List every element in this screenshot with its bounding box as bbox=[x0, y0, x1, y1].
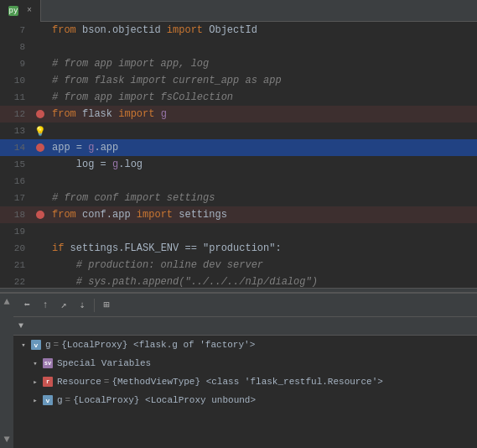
code-line[interactable]: 21 # production: online dev server bbox=[0, 257, 477, 273]
breakpoint-icon[interactable] bbox=[36, 143, 44, 152]
line-gutter bbox=[32, 143, 49, 152]
line-number: 21 bbox=[0, 260, 32, 270]
code-line[interactable]: 15 log = g.log bbox=[0, 156, 477, 173]
variable-item[interactable]: ▸vg={LocalProxy} <LocalProxy unbound> bbox=[13, 391, 477, 409]
line-number: 18 bbox=[0, 210, 32, 220]
line-content: log = g.log bbox=[49, 159, 477, 170]
tab-close-icon[interactable]: × bbox=[27, 6, 32, 15]
var-expand-icon[interactable]: ▸ bbox=[30, 395, 40, 405]
variable-value: {MethodViewType} <class 'flask_restful.R… bbox=[111, 377, 382, 387]
code-line[interactable]: 17# from conf import settings bbox=[0, 190, 477, 206]
nav-side: ▲ ▼ bbox=[0, 294, 13, 448]
tab-bar: py × bbox=[0, 0, 477, 22]
toolbar-btn-4[interactable]: ⇣ bbox=[74, 297, 91, 314]
code-line[interactable]: 18from conf.app import settings bbox=[0, 206, 477, 223]
variable-name: g bbox=[45, 340, 51, 350]
line-number: 13 bbox=[0, 126, 32, 136]
variable-icon: v bbox=[43, 395, 53, 405]
var-expand-icon[interactable]: ▸ bbox=[30, 377, 40, 387]
special-variable-icon: sv bbox=[43, 358, 53, 368]
line-number: 11 bbox=[0, 92, 32, 102]
breakpoint-icon[interactable] bbox=[36, 211, 44, 219]
code-line[interactable]: 8 bbox=[0, 39, 477, 55]
code-line[interactable]: 12from flask import g bbox=[0, 106, 477, 122]
code-line[interactable]: 10# from flask import current_app as app bbox=[0, 72, 477, 89]
toolbar-btn-3[interactable]: ↗ bbox=[55, 297, 72, 314]
code-line[interactable]: 11# from app import fsCollection bbox=[0, 89, 477, 106]
tab-file-icon: py bbox=[8, 6, 18, 16]
variable-name: Resource bbox=[57, 377, 101, 387]
toolbar-btn-2[interactable]: ↑ bbox=[37, 297, 54, 314]
code-line[interactable]: 20if settings.FLASK_ENV == "production": bbox=[0, 240, 477, 257]
code-line[interactable]: 19 bbox=[0, 223, 477, 240]
line-number: 14 bbox=[0, 143, 32, 153]
line-content: # from flask import current_app as app bbox=[49, 75, 477, 86]
line-number: 19 bbox=[0, 227, 32, 237]
line-number: 15 bbox=[0, 159, 32, 169]
line-number: 9 bbox=[0, 59, 32, 69]
code-lines: 7from bson.objectid import ObjectId89# f… bbox=[0, 22, 477, 288]
line-content: # production: online dev server bbox=[49, 259, 477, 271]
variable-name: Special Variables bbox=[57, 358, 151, 368]
line-gutter: 💡 bbox=[32, 126, 49, 137]
nav-up-icon[interactable]: ▲ bbox=[3, 297, 9, 307]
code-editor[interactable]: 7from bson.objectid import ObjectId89# f… bbox=[0, 22, 477, 288]
variable-icon: v bbox=[31, 340, 41, 350]
variable-equals: = bbox=[104, 377, 110, 387]
line-number: 17 bbox=[0, 193, 32, 203]
panel-content: ⬅ ↑ ↗ ⇣ ⊞ ▼ ▾vg={LocalProxy} <flask.g of… bbox=[13, 294, 477, 448]
variables-collapse-icon[interactable]: ▼ bbox=[18, 321, 23, 331]
tab-qa-py[interactable]: py × bbox=[0, 0, 41, 22]
debug-toolbar: ⬅ ↑ ↗ ⇣ ⊞ bbox=[13, 294, 477, 317]
variable-item[interactable]: ▾svSpecial Variables bbox=[13, 354, 477, 372]
variable-equals: = bbox=[65, 395, 71, 405]
line-number: 16 bbox=[0, 176, 32, 186]
line-number: 12 bbox=[0, 109, 32, 119]
nav-down-icon[interactable]: ▼ bbox=[3, 435, 9, 445]
variable-value: {LocalProxy} <LocalProxy unbound> bbox=[73, 395, 256, 405]
variable-value: {LocalProxy} <flask.g of 'factory'> bbox=[61, 340, 255, 350]
variable-item[interactable]: ▸rResource={MethodViewType} <class 'flas… bbox=[13, 372, 477, 391]
resource-icon: r bbox=[43, 377, 53, 387]
var-expand-icon[interactable]: ▾ bbox=[18, 340, 29, 350]
lightbulb-icon[interactable]: 💡 bbox=[34, 126, 46, 137]
line-content: from conf.app import settings bbox=[49, 209, 477, 221]
toolbar-btn-5[interactable]: ⊞ bbox=[98, 297, 115, 314]
bottom-panel: ▲ ▼ ⬅ ↑ ↗ ⇣ ⊞ ▼ ▾vg={LocalProxy} <flask.… bbox=[0, 293, 477, 448]
line-number: 10 bbox=[0, 76, 32, 86]
code-line[interactable]: 13💡 bbox=[0, 122, 477, 139]
line-number: 8 bbox=[0, 42, 32, 52]
line-number: 20 bbox=[0, 243, 32, 253]
line-number: 7 bbox=[0, 25, 32, 35]
line-content: app = g.app bbox=[49, 142, 477, 154]
line-content: # from app import fsCollection bbox=[49, 91, 477, 103]
code-line[interactable]: 9# from app import app, log bbox=[0, 55, 477, 72]
code-line[interactable]: 22 # sys.path.append("../../../nlp/dialo… bbox=[0, 273, 477, 288]
line-gutter bbox=[32, 110, 49, 118]
line-content: from flask import g bbox=[49, 108, 477, 120]
variables-list[interactable]: ▾vg={LocalProxy} <flask.g of 'factory'>▾… bbox=[13, 336, 477, 448]
code-line[interactable]: 7from bson.objectid import ObjectId bbox=[0, 22, 477, 39]
line-content: # from app import app, log bbox=[49, 58, 477, 70]
toolbar-btn-1[interactable]: ⬅ bbox=[18, 297, 35, 314]
line-number: 22 bbox=[0, 277, 32, 287]
breakpoint-icon[interactable] bbox=[36, 110, 44, 118]
line-content: if settings.FLASK_ENV == "production": bbox=[49, 242, 477, 254]
line-content: # sys.path.append("../../../nlp/dialog") bbox=[49, 276, 477, 288]
line-content: # from conf import settings bbox=[49, 192, 477, 204]
code-line[interactable]: 16 bbox=[0, 173, 477, 190]
variables-header: ▼ bbox=[13, 317, 477, 336]
line-content: from bson.objectid import ObjectId bbox=[49, 24, 477, 36]
code-line[interactable]: 14app = g.app bbox=[0, 139, 477, 156]
variable-item[interactable]: ▾vg={LocalProxy} <flask.g of 'factory'> bbox=[13, 336, 477, 354]
toolbar-sep bbox=[94, 299, 95, 312]
variable-equals: = bbox=[54, 340, 60, 350]
var-expand-icon[interactable]: ▾ bbox=[30, 358, 40, 368]
variable-name: g bbox=[57, 395, 63, 405]
line-gutter bbox=[32, 211, 49, 219]
